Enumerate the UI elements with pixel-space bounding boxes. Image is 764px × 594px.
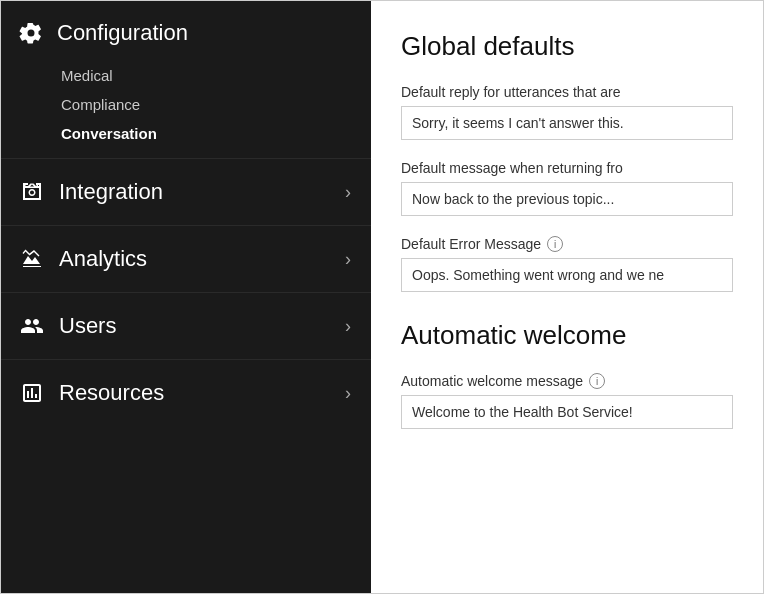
integration-label: Integration	[59, 179, 345, 205]
sidebar-item-resources[interactable]: Resources ›	[1, 359, 371, 426]
integration-icon	[17, 177, 47, 207]
input-returning-message[interactable]	[401, 182, 733, 216]
input-default-reply[interactable]	[401, 106, 733, 140]
analytics-label: Analytics	[59, 246, 345, 272]
welcome-message-info-icon[interactable]: i	[589, 373, 605, 389]
resources-label: Resources	[59, 380, 345, 406]
resources-chevron: ›	[345, 383, 351, 404]
configuration-sub-items: Medical Compliance Conversation	[1, 61, 371, 158]
users-label: Users	[59, 313, 345, 339]
users-icon	[17, 311, 47, 341]
global-defaults-section: Global defaults Default reply for uttera…	[401, 31, 733, 292]
resources-icon	[17, 378, 47, 408]
analytics-icon	[17, 244, 47, 274]
field-group-default-reply: Default reply for utterances that are	[401, 84, 733, 140]
sidebar-item-integration[interactable]: Integration ›	[1, 158, 371, 225]
integration-chevron: ›	[345, 182, 351, 203]
field-group-error-message: Default Error Message i	[401, 236, 733, 292]
field-group-welcome-message: Automatic welcome message i	[401, 373, 733, 429]
field-label-error-message: Default Error Message i	[401, 236, 733, 252]
configuration-icon	[17, 19, 45, 47]
global-defaults-title: Global defaults	[401, 31, 733, 62]
analytics-chevron: ›	[345, 249, 351, 270]
field-label-returning-message: Default message when returning fro	[401, 160, 733, 176]
sub-item-medical[interactable]: Medical	[61, 61, 371, 90]
automatic-welcome-section: Automatic welcome Automatic welcome mess…	[401, 320, 733, 429]
main-content: Global defaults Default reply for uttera…	[371, 1, 763, 593]
sub-item-conversation[interactable]: Conversation	[61, 119, 371, 148]
automatic-welcome-title: Automatic welcome	[401, 320, 733, 351]
sub-item-compliance[interactable]: Compliance	[61, 90, 371, 119]
sidebar-item-users[interactable]: Users ›	[1, 292, 371, 359]
field-group-returning-message: Default message when returning fro	[401, 160, 733, 216]
input-error-message[interactable]	[401, 258, 733, 292]
field-label-welcome-message: Automatic welcome message i	[401, 373, 733, 389]
error-message-info-icon[interactable]: i	[547, 236, 563, 252]
sidebar-configuration-header[interactable]: Configuration	[1, 1, 371, 61]
users-chevron: ›	[345, 316, 351, 337]
input-welcome-message[interactable]	[401, 395, 733, 429]
sidebar-item-analytics[interactable]: Analytics ›	[1, 225, 371, 292]
field-label-default-reply: Default reply for utterances that are	[401, 84, 733, 100]
sidebar: Configuration Medical Compliance Convers…	[1, 1, 371, 593]
configuration-label: Configuration	[57, 20, 188, 46]
